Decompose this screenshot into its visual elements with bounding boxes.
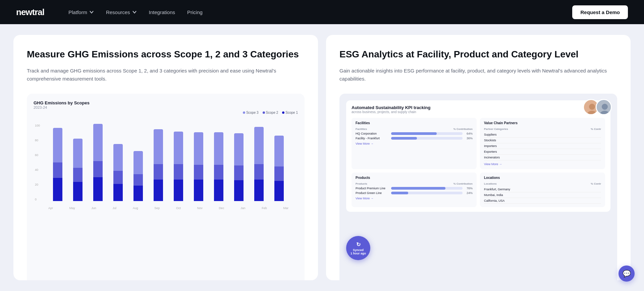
bar-scope1 bbox=[113, 184, 123, 201]
bar-scope1 bbox=[234, 180, 244, 201]
nav-resources-label: Resources bbox=[106, 9, 130, 15]
main-content: Measure GHG Emissions across Scope 1, 2 … bbox=[0, 24, 644, 291]
bar-scope1 bbox=[254, 180, 264, 201]
bar-group bbox=[210, 124, 228, 201]
bar-group bbox=[169, 124, 187, 201]
bar-scope2 bbox=[194, 165, 203, 180]
chart-y-labels: 100 80 60 40 20 0 bbox=[35, 124, 40, 201]
nav-platform[interactable]: Platform bbox=[63, 7, 99, 18]
logo[interactable]: newtral bbox=[16, 7, 44, 17]
list-item: California, USA bbox=[484, 198, 601, 204]
list-item: Exporters bbox=[484, 149, 601, 155]
esg-data-grid: Facilities Facilities % Contribution HQ … bbox=[352, 118, 605, 207]
chevron-down-icon bbox=[89, 10, 94, 14]
chevron-down-icon bbox=[132, 10, 137, 14]
chat-icon: 💬 bbox=[623, 270, 631, 278]
value-chain-section: Value Chain Partners Partner Categories … bbox=[480, 118, 605, 169]
value-chain-title: Value Chain Partners bbox=[484, 121, 601, 125]
nav-integrations[interactable]: Integrations bbox=[144, 7, 180, 18]
list-item: Suppliers bbox=[484, 132, 601, 138]
bar-scope2 bbox=[113, 171, 123, 184]
bar-group bbox=[250, 124, 268, 201]
list-item: Incinerators bbox=[484, 155, 601, 160]
list-item: Importers bbox=[484, 143, 601, 149]
bar-scope2 bbox=[53, 162, 62, 178]
nav-links: Platform Resources Integrations Pricing bbox=[63, 7, 572, 18]
list-item: Mumbai, India bbox=[484, 192, 601, 198]
chart-legend: Scope 3 Scope 2 Scope 1 bbox=[34, 111, 298, 114]
avatar-male bbox=[596, 99, 612, 115]
table-row: Facility - Frankfurt 36% bbox=[356, 137, 473, 140]
ghg-card-title: Measure GHG Emissions across Scope 1, 2 … bbox=[27, 48, 305, 60]
synced-time: 1 hour ago bbox=[351, 252, 366, 255]
bar-scope3 bbox=[113, 144, 123, 171]
bar-group bbox=[48, 124, 67, 201]
chart-title: GHG Emissions by Scopes bbox=[34, 100, 298, 105]
request-demo-button[interactable]: Request a Demo bbox=[572, 5, 628, 19]
facilities-title: Facilities bbox=[356, 121, 473, 125]
synced-label: Synced bbox=[353, 248, 364, 252]
table-row: Product Premium Line 76% bbox=[356, 187, 473, 190]
nav-resources[interactable]: Resources bbox=[101, 7, 142, 18]
esg-card-title: ESG Analytics at Facility, Product and C… bbox=[339, 48, 617, 60]
bar-scope2 bbox=[274, 166, 284, 181]
bar-scope1 bbox=[53, 178, 62, 201]
synced-badge: ↻ Synced 1 hour ago bbox=[346, 236, 370, 260]
navbar: newtral Platform Resources Integrations … bbox=[0, 0, 644, 24]
bar-scope2 bbox=[254, 164, 264, 180]
locations-section: Locations Locations % Contr Frankfurt, G… bbox=[480, 173, 605, 207]
products-header: Products % Contribution bbox=[356, 182, 473, 185]
products-section: Products Products % Contribution Product… bbox=[352, 173, 477, 207]
chart-subtitle: 2023-24 bbox=[34, 105, 298, 109]
bar-scope3 bbox=[154, 129, 163, 164]
kpi-subtitle: across business, projects, and supply ch… bbox=[352, 110, 605, 114]
ghg-card-desc: Track and manage GHG emissions across Sc… bbox=[27, 67, 305, 83]
legend-scope2: Scope 2 bbox=[263, 111, 278, 114]
svg-point-1 bbox=[589, 104, 595, 110]
nav-integrations-label: Integrations bbox=[149, 9, 175, 15]
bar-scope1 bbox=[194, 180, 203, 201]
chat-widget[interactable]: 💬 bbox=[619, 265, 635, 282]
bar-scope3 bbox=[93, 124, 103, 161]
bar-group bbox=[230, 124, 248, 201]
facilities-view-more[interactable]: View More → bbox=[356, 142, 473, 145]
locations-title: Locations bbox=[484, 176, 601, 180]
value-chain-view-more[interactable]: View More → bbox=[484, 162, 601, 166]
bar-group bbox=[270, 124, 288, 201]
ghg-chart-container: GHG Emissions by Scopes 2023-24 Scope 3 … bbox=[27, 94, 305, 280]
bar-scope2 bbox=[154, 164, 163, 180]
bar-scope3 bbox=[73, 139, 83, 168]
bar-scope1 bbox=[73, 182, 83, 201]
logo-text: newtral bbox=[16, 7, 44, 17]
chart-bars: 100 80 60 40 20 0 AprMayJunJulAugSepOctN… bbox=[34, 117, 298, 211]
nav-pricing-label: Pricing bbox=[187, 9, 203, 15]
chart-header: GHG Emissions by Scopes 2023-24 bbox=[34, 100, 298, 109]
bar-scope3 bbox=[234, 133, 244, 166]
bar-scope3 bbox=[133, 151, 143, 174]
bar-scope3 bbox=[274, 136, 284, 166]
locations-header: Locations % Contr bbox=[484, 182, 601, 185]
facilities-header: Facilities % Contribution bbox=[356, 128, 473, 131]
table-row: HQ Corporation 64% bbox=[356, 132, 473, 135]
list-item: Stockists bbox=[484, 138, 601, 143]
products-view-more[interactable]: View More → bbox=[356, 197, 473, 200]
chart-x-labels: AprMayJunJulAugSepOctNovDecJanFebMar bbox=[48, 206, 288, 210]
bar-scope1 bbox=[214, 180, 223, 201]
nav-pricing[interactable]: Pricing bbox=[182, 7, 208, 18]
bar-scope1 bbox=[133, 186, 143, 201]
value-chain-header: Partner Categories % Contr bbox=[484, 128, 601, 131]
sync-icon: ↻ bbox=[356, 241, 361, 248]
esg-analytics-card: ESG Analytics at Facility, Product and C… bbox=[326, 35, 631, 280]
bar-scope2 bbox=[234, 165, 244, 180]
bar-scope3 bbox=[214, 132, 223, 165]
bar-scope2 bbox=[93, 161, 103, 178]
bar-scope1 bbox=[154, 180, 163, 201]
bar-scope2 bbox=[214, 165, 223, 180]
legend-scope3: Scope 3 bbox=[243, 111, 259, 114]
bar-group bbox=[149, 124, 167, 201]
bar-group bbox=[109, 124, 127, 201]
avatar-group bbox=[583, 99, 612, 115]
bar-scope3 bbox=[174, 132, 183, 164]
table-row: Product Green Line 24% bbox=[356, 191, 473, 195]
kpi-title: Automated Sustainability KPI tracking bbox=[352, 105, 605, 110]
